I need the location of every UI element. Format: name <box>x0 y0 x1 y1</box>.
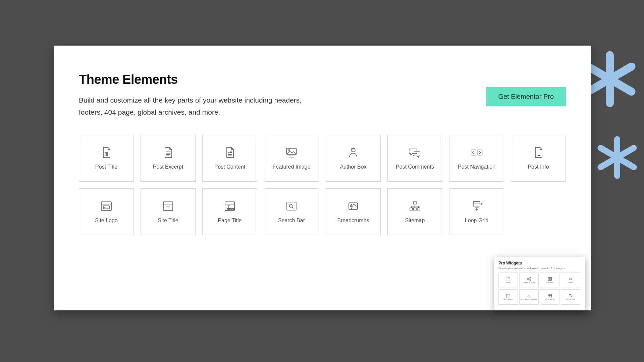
widget-loop-grid[interactable]: Loop Grid <box>449 188 504 235</box>
svg-rect-48 <box>410 208 413 210</box>
widget-label: Page Title <box>218 218 241 224</box>
mini-panel-title: Pro Widgets <box>498 261 581 265</box>
file-content-icon: A <box>223 146 236 159</box>
image-icon <box>285 146 298 159</box>
widget-label: Site Title <box>158 218 178 224</box>
widget-label: Post Info <box>528 164 549 170</box>
widget-post-excerpt[interactable]: Post Excerpt <box>141 135 196 182</box>
widget-search-bar[interactable]: Search Bar <box>264 188 319 235</box>
widget-label: Author Box <box>340 164 366 170</box>
pro-widgets-mini-panel: Pro Widgets Elevate your website's desig… <box>494 257 585 310</box>
widget-featured-image[interactable]: Featured Image <box>264 135 319 182</box>
widget-post-content[interactable]: A Post Content <box>202 135 257 182</box>
mini-label: Posts <box>505 282 511 284</box>
widget-label: Post Excerpt <box>153 164 183 170</box>
svg-point-38 <box>289 204 292 207</box>
svg-rect-32 <box>225 202 234 210</box>
svg-point-25 <box>539 155 540 156</box>
widget-label: Sitemap <box>405 218 425 224</box>
window-t-icon <box>161 200 175 212</box>
widget-author-box[interactable]: Author Box <box>326 135 381 182</box>
page-title: Theme Elements <box>79 72 314 87</box>
svg-rect-35 <box>229 208 231 210</box>
svg-rect-42 <box>414 202 416 204</box>
menu-icon <box>506 294 511 298</box>
svg-rect-36 <box>232 208 233 210</box>
svg-rect-50 <box>417 208 420 210</box>
svg-rect-21 <box>471 150 476 156</box>
widget-post-comments[interactable]: Post Comments <box>387 135 442 182</box>
mini-panel-subtitle: Elevate your website's design with power… <box>498 267 581 270</box>
get-elementor-pro-button[interactable]: Get Elementor Pro <box>486 87 566 106</box>
mini-widget[interactable]: Posts <box>498 273 518 288</box>
widget-post-navigation[interactable]: Post Navigation <box>449 135 504 182</box>
widget-post-info[interactable]: Post Info <box>511 135 566 182</box>
person-icon <box>346 146 360 159</box>
widget-label: Featured Image <box>273 164 311 170</box>
search-icon <box>285 200 298 212</box>
mini-label: Slides <box>568 282 573 284</box>
mini-widget[interactable]: Price Table <box>540 289 559 305</box>
widget-label: Breadcrumbs <box>337 218 369 224</box>
header-row: Theme Elements Build and customize all t… <box>79 72 566 118</box>
widget-sitemap[interactable]: Sitemap <box>387 188 442 235</box>
loop-icon <box>470 200 483 212</box>
widget-site-logo[interactable]: LOGO Site Logo <box>79 188 134 235</box>
svg-rect-51 <box>473 201 480 206</box>
mini-widget[interactable]: Price List <box>561 289 580 305</box>
breadcrumb-icon <box>346 200 360 212</box>
mini-widget[interactable]: Portfolio <box>540 273 559 288</box>
logo-icon: LOGO <box>100 200 113 212</box>
svg-line-63 <box>528 278 530 279</box>
chat-icon <box>408 146 422 159</box>
svg-rect-22 <box>477 150 482 156</box>
file-lines-icon <box>161 146 175 159</box>
file-dots-icon <box>532 146 545 159</box>
grid-icon <box>547 277 552 281</box>
widget-label: Site Logo <box>95 218 118 224</box>
svg-point-17 <box>288 150 290 152</box>
text-icon: AH <box>527 294 531 298</box>
widget-site-title[interactable]: Site Title <box>141 188 196 235</box>
mini-label: Price Table <box>545 298 555 300</box>
svg-rect-66 <box>550 278 551 279</box>
file-t-icon <box>100 146 113 159</box>
mini-label: Share Buttons <box>523 282 535 284</box>
svg-text:A: A <box>228 151 230 154</box>
page-subtitle: Build and customize all the key parts of… <box>79 94 314 118</box>
svg-text:LOGO: LOGO <box>104 206 110 208</box>
widget-label: Post Title <box>95 164 117 170</box>
svg-rect-65 <box>548 278 549 279</box>
widget-grid: Post Title Post Excerpt A Post Content F… <box>79 135 566 235</box>
widget-breadcrumbs[interactable]: Breadcrumbs <box>326 188 381 235</box>
decor-asterisk-2 <box>595 136 639 179</box>
svg-rect-37 <box>287 202 296 210</box>
share-icon <box>527 277 531 281</box>
svg-rect-16 <box>286 148 296 155</box>
mini-widget[interactable]: Slides <box>561 273 580 288</box>
svg-point-69 <box>569 278 572 280</box>
mini-panel-grid: Posts Share Buttons Portfolio Slides Nav… <box>498 273 581 305</box>
slides-icon <box>568 277 573 281</box>
svg-rect-34 <box>227 208 229 210</box>
widget-label: Post Comments <box>396 164 434 170</box>
mini-label: Portfolio <box>546 282 553 284</box>
nav-arrows-icon <box>470 146 483 159</box>
svg-point-23 <box>537 155 538 156</box>
mini-widget[interactable]: AHAnimated Headline <box>519 289 539 305</box>
mini-label: Animated Headline <box>521 298 538 300</box>
widget-label: Search Bar <box>278 218 305 224</box>
svg-line-64 <box>528 279 530 280</box>
widget-page-title[interactable]: Page Title <box>202 188 257 235</box>
widget-label: Loop Grid <box>465 218 488 224</box>
mini-widget[interactable]: Nav Menu <box>498 289 518 305</box>
svg-text:AH: AH <box>528 295 531 297</box>
svg-point-41 <box>350 205 352 207</box>
widget-post-title[interactable]: Post Title <box>79 135 134 182</box>
list-icon <box>506 277 511 281</box>
window-tt-icon <box>223 200 236 212</box>
svg-rect-70 <box>506 294 510 297</box>
mini-widget[interactable]: Share Buttons <box>519 273 539 288</box>
pricelist-icon <box>568 294 573 298</box>
mini-label: Nav Menu <box>503 298 513 300</box>
